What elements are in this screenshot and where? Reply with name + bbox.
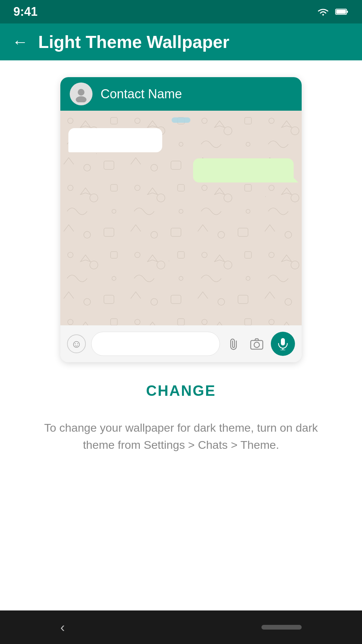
mic-button[interactable] [271, 332, 295, 356]
emoji-icon: ☺ [71, 338, 82, 350]
avatar-icon [73, 86, 89, 102]
chat-header: Contact Name [60, 77, 302, 111]
svg-point-4 [76, 96, 86, 102]
sent-message [68, 158, 294, 182]
mic-icon [277, 337, 289, 350]
main-content: Contact Name ☺ [0, 60, 362, 453]
contact-avatar [70, 83, 93, 105]
chat-body [60, 111, 302, 325]
contact-name: Contact Name [101, 87, 182, 101]
bubble-sent [193, 158, 294, 182]
back-button[interactable]: ← [12, 34, 28, 50]
status-time: 9:41 [13, 5, 38, 19]
camera-button[interactable] [248, 335, 265, 353]
info-text: To change your wallpaper for dark theme,… [20, 419, 342, 453]
svg-rect-7 [281, 338, 285, 345]
svg-rect-2 [336, 10, 346, 14]
svg-point-6 [254, 342, 259, 347]
change-button[interactable]: CHANGE [146, 382, 216, 399]
battery-icon [335, 8, 349, 16]
bottom-nav: ‹ [0, 610, 362, 644]
chat-input-bar: ☺ [60, 325, 302, 362]
status-bar: 9:41 [0, 0, 362, 23]
app-bar-title: Light Theme Wallpaper [38, 32, 229, 52]
emoji-button[interactable]: ☺ [67, 334, 86, 353]
bubble-received [68, 128, 162, 152]
nav-back-button[interactable]: ‹ [60, 620, 65, 635]
received-message [68, 128, 294, 152]
chat-preview: Contact Name ☺ [60, 77, 302, 362]
wifi-icon [316, 6, 330, 17]
app-bar: ← Light Theme Wallpaper [0, 23, 362, 60]
status-icons [316, 6, 349, 17]
date-pill-inner [172, 117, 190, 123]
attach-icon [225, 335, 243, 353]
svg-rect-1 [347, 11, 348, 13]
message-input[interactable] [91, 332, 220, 356]
messages-area [68, 128, 294, 182]
date-pill [68, 117, 294, 123]
camera-icon [250, 338, 263, 350]
nav-home-pill[interactable] [261, 625, 302, 630]
svg-point-3 [78, 89, 84, 96]
attach-button[interactable] [222, 331, 246, 356]
